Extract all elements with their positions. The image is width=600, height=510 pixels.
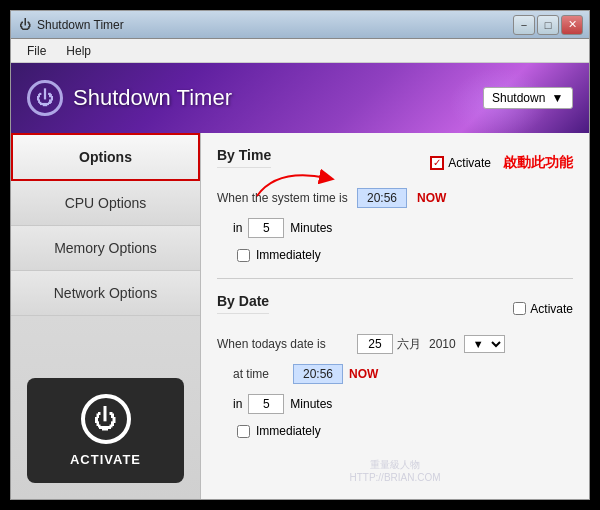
menu-file[interactable]: File [17,42,56,60]
by-date-header: By Date Activate [217,293,573,324]
date-immediately-row: Immediately [217,424,573,438]
maximize-button[interactable]: □ [537,15,559,35]
sidebar-item-cpu[interactable]: CPU Options [11,181,200,226]
annotation-area: NOW [357,188,446,208]
now-button[interactable]: NOW [417,191,446,205]
close-button[interactable]: ✕ [561,15,583,35]
action-dropdown[interactable]: Shutdown ▼ [483,87,573,109]
date-dropdown[interactable]: ▼ [464,335,505,353]
title-bar-buttons: − □ ✕ [513,15,583,35]
sidebar: Options CPU Options Memory Options Netwo… [11,133,201,499]
title-text: Shutdown Timer [37,18,513,32]
year-text: 2010 [429,337,456,351]
by-time-header: By Time ✓ Activate 啟動此功能 [217,147,573,178]
by-date-activate-area: Activate [513,302,573,316]
sidebar-item-options[interactable]: Options [11,133,200,181]
section-divider [217,278,573,279]
by-date-minutes-row: in Minutes [217,394,573,414]
main-area: Options CPU Options Memory Options Netwo… [11,133,589,499]
by-time-activate-area: ✓ Activate 啟動此功能 [430,154,573,172]
system-time-row: When the system time is NOW [217,188,573,208]
app-window: ⏻ Shutdown Timer − □ ✕ File Help ⏻ Shutd… [10,10,590,500]
date-minutes-input[interactable] [248,394,284,414]
date-time-input[interactable] [293,364,343,384]
by-date-activate-label: Activate [530,302,573,316]
immediately-checkbox[interactable] [237,249,250,262]
by-time-activate-label: Activate [448,156,491,170]
in-label: in [233,221,242,235]
by-date-activate-checkbox[interactable] [513,302,526,315]
watermark: 重量級人物 HTTP://BRIAN.COM [217,454,573,483]
by-time-activate-checkbox[interactable]: ✓ [430,156,444,170]
sidebar-item-memory[interactable]: Memory Options [11,226,200,271]
app-title: Shutdown Timer [73,85,232,111]
activate-power-icon: ⏻ [81,394,131,444]
menu-bar: File Help [11,39,589,63]
content-panel: By Time ✓ Activate 啟動此功能 When the system… [201,133,589,499]
dropdown-value: Shutdown [492,91,545,105]
by-time-section: By Time ✓ Activate 啟動此功能 When the system… [217,147,573,262]
at-time-label: at time [233,367,293,381]
date-immediately-checkbox[interactable] [237,425,250,438]
immediately-label: Immediately [256,248,321,262]
header-logo: ⏻ Shutdown Timer [27,80,232,116]
at-time-row: at time NOW [217,364,573,384]
by-date-title: By Date [217,293,269,314]
minutes-input[interactable] [248,218,284,238]
system-time-label: When the system time is [217,191,357,205]
menu-help[interactable]: Help [56,42,101,60]
power-icon: ⏻ [27,80,63,116]
date-row: When todays date is 六月 2010 ▼ [217,334,573,354]
sidebar-item-network[interactable]: Network Options [11,271,200,316]
month-text: 六月 [397,336,421,353]
title-bar: ⏻ Shutdown Timer − □ ✕ [11,11,589,39]
by-time-title: By Time [217,147,271,168]
date-label: When todays date is [217,337,357,351]
immediately-row: Immediately [217,248,573,262]
date-minutes-label: Minutes [290,397,332,411]
dropdown-arrow-icon: ▼ [551,91,564,105]
by-date-in-label: in [233,397,242,411]
activate-label: ACTIVATE [70,452,141,467]
title-icon: ⏻ [17,17,33,33]
by-time-minutes-row: in Minutes [217,218,573,238]
header-banner: ⏻ Shutdown Timer Shutdown ▼ [11,63,589,133]
minutes-label: Minutes [290,221,332,235]
activate-button[interactable]: ⏻ ACTIVATE [27,378,184,483]
day-input[interactable] [357,334,393,354]
date-immediately-label: Immediately [256,424,321,438]
by-date-section: By Date Activate When todays date is 六月 … [217,293,573,438]
date-now-button[interactable]: NOW [349,367,378,381]
time-input[interactable] [357,188,407,208]
minimize-button[interactable]: − [513,15,535,35]
chinese-annotation: 啟動此功能 [503,154,573,172]
